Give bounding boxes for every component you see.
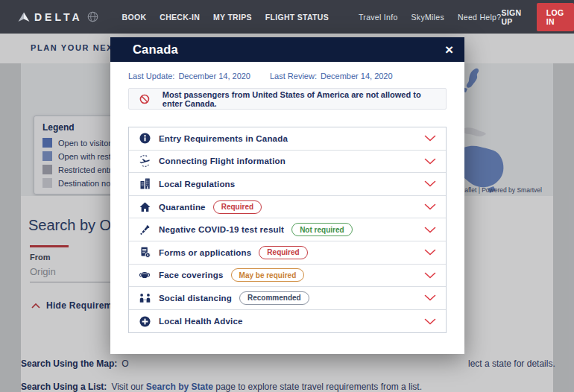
chevron-down-icon [424, 227, 436, 233]
log-in-button[interactable]: LOG IN [537, 3, 574, 31]
brand-name: DELTA [34, 11, 83, 23]
last-update-value: December 14, 2020 [178, 72, 250, 80]
test-tube-icon [139, 224, 151, 235]
chevron-down-icon [424, 180, 436, 187]
app-window: DELTA BOOK CHECK-IN MY TRIPS FLIGHT STAT… [0, 0, 574, 392]
status-badge: Recommended [239, 291, 309, 305]
nav-link-flight-status[interactable]: FLIGHT STATUS [265, 13, 329, 22]
last-update-label: Last Update: [128, 72, 174, 80]
section-connecting-flight[interactable]: Connecting Flight information [129, 151, 446, 174]
globe-icon [87, 11, 98, 22]
section-local-health-advice[interactable]: Local Health Advice [129, 310, 446, 333]
section-quarantine[interactable]: Quarantine Required [129, 196, 446, 219]
home-icon [139, 201, 151, 213]
info-icon [139, 133, 151, 145]
connecting-flight-icon [139, 155, 151, 167]
nav-link-travel-info[interactable]: Travel Info [359, 13, 398, 22]
modal-title: Canada [133, 42, 178, 57]
close-icon[interactable]: × [445, 42, 453, 57]
nav-link-skymiles[interactable]: SkyMiles [411, 13, 444, 22]
section-covid-test[interactable]: Negative COVID-19 test result Not requir… [129, 218, 446, 241]
delta-triangle-icon [18, 12, 30, 22]
sign-up-button[interactable]: SIGN UP [501, 8, 523, 26]
section-entry-requirements[interactable]: Entry Requirements in Canada [129, 127, 446, 151]
section-local-regulations[interactable]: Local Regulations [129, 173, 446, 196]
prohibited-icon [139, 93, 150, 105]
entry-restriction-alert: Most passengers from United States of Am… [128, 88, 447, 110]
chevron-down-icon [424, 158, 436, 165]
chevron-down-icon [424, 272, 436, 279]
delta-logo[interactable]: DELTA [18, 11, 98, 23]
modal-header: Canada × [110, 37, 464, 62]
chevron-down-icon [424, 318, 436, 325]
modal-body: Last Update: December 14, 2020 Last Revi… [110, 62, 464, 333]
requirements-accordion: Entry Requirements in Canada Connecting … [128, 127, 447, 333]
nav-link-check-in[interactable]: CHECK-IN [160, 13, 200, 22]
chevron-down-icon [424, 294, 436, 301]
chevron-down-icon [424, 249, 436, 256]
nav-link-book[interactable]: BOOK [122, 13, 147, 22]
chevron-down-icon [424, 203, 436, 210]
section-forms-applications[interactable]: Forms or applications Required [129, 241, 446, 265]
top-navbar: DELTA BOOK CHECK-IN MY TRIPS FLIGHT STAT… [0, 0, 574, 34]
buildings-icon [139, 178, 151, 190]
section-social-distancing[interactable]: Social distancing Recommended [129, 287, 446, 310]
distancing-icon [139, 292, 151, 304]
last-review-value: December 14, 2020 [321, 72, 393, 80]
country-requirements-modal: Canada × Last Update: December 14, 2020 … [110, 37, 464, 354]
health-cross-icon [139, 315, 151, 327]
status-badge: Not required [291, 223, 352, 236]
status-badge: May be required [231, 268, 305, 282]
last-review-label: Last Review: [270, 72, 317, 80]
status-badge: Required [259, 246, 307, 259]
status-badge: Required [213, 200, 262, 214]
forms-icon [139, 247, 151, 259]
alert-text: Most passengers from United States of Am… [163, 90, 435, 108]
dates-row: Last Update: December 14, 2020 Last Revi… [128, 72, 447, 80]
nav-link-my-trips[interactable]: MY TRIPS [213, 13, 252, 22]
nav-link-need-help[interactable]: Need Help? [458, 13, 501, 22]
mask-icon [139, 269, 151, 281]
section-face-coverings[interactable]: Face coverings May be required [129, 265, 446, 288]
chevron-down-icon [424, 135, 436, 142]
